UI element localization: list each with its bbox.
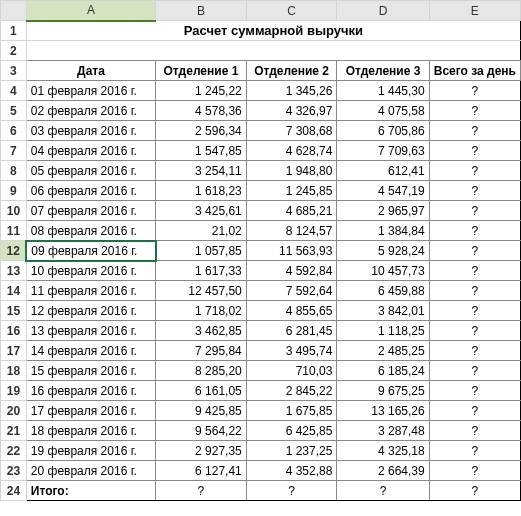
value-cell[interactable]: 6 425,85	[246, 421, 337, 441]
value-cell[interactable]: 3 842,01	[337, 301, 429, 321]
date-cell[interactable]: 11 февраля 2016 г.	[26, 281, 155, 301]
date-cell[interactable]: 16 февраля 2016 г.	[26, 381, 155, 401]
col-header-D[interactable]: D	[337, 1, 429, 21]
value-cell[interactable]: 1 718,02	[156, 301, 247, 321]
date-cell[interactable]: 18 февраля 2016 г.	[26, 421, 155, 441]
value-cell[interactable]: 2 927,35	[156, 441, 247, 461]
total-cell[interactable]: ?	[429, 381, 520, 401]
value-cell[interactable]: 6 459,88	[337, 281, 429, 301]
value-cell[interactable]: 2 485,25	[337, 341, 429, 361]
row-header-15[interactable]: 15	[1, 301, 27, 321]
date-cell[interactable]: 13 февраля 2016 г.	[26, 321, 155, 341]
value-cell[interactable]: 10 457,73	[337, 261, 429, 281]
value-cell[interactable]: 9 675,25	[337, 381, 429, 401]
total-cell[interactable]: ?	[429, 241, 520, 261]
value-cell[interactable]: 21,02	[156, 221, 247, 241]
row-header-9[interactable]: 9	[1, 181, 27, 201]
value-cell[interactable]: 1 237,25	[246, 441, 337, 461]
footer-label[interactable]: Итого:	[26, 481, 155, 501]
value-cell[interactable]: 4 578,36	[156, 101, 247, 121]
table-header-1[interactable]: Отделение 1	[156, 61, 247, 81]
row-header-12[interactable]: 12	[1, 241, 27, 261]
value-cell[interactable]: 6 127,41	[156, 461, 247, 481]
date-cell[interactable]: 05 февраля 2016 г.	[26, 161, 155, 181]
row-header-3[interactable]: 3	[1, 61, 27, 81]
spreadsheet-grid[interactable]: ABCDE 1Расчет суммарной выручки23ДатаОтд…	[0, 0, 521, 501]
total-cell[interactable]: ?	[429, 141, 520, 161]
row-header-19[interactable]: 19	[1, 381, 27, 401]
total-cell[interactable]: ?	[429, 161, 520, 181]
value-cell[interactable]: 1 384,84	[337, 221, 429, 241]
row-header-8[interactable]: 8	[1, 161, 27, 181]
total-cell[interactable]: ?	[429, 261, 520, 281]
value-cell[interactable]: 6 281,45	[246, 321, 337, 341]
value-cell[interactable]: 1 118,25	[337, 321, 429, 341]
value-cell[interactable]: 7 308,68	[246, 121, 337, 141]
date-cell[interactable]: 06 февраля 2016 г.	[26, 181, 155, 201]
value-cell[interactable]: 13 165,26	[337, 401, 429, 421]
row-header-13[interactable]: 13	[1, 261, 27, 281]
row-header-23[interactable]: 23	[1, 461, 27, 481]
date-cell[interactable]: 04 февраля 2016 г.	[26, 141, 155, 161]
value-cell[interactable]: 9 564,22	[156, 421, 247, 441]
total-cell[interactable]: ?	[429, 281, 520, 301]
footer-total[interactable]: ?	[429, 481, 520, 501]
value-cell[interactable]: 8 124,57	[246, 221, 337, 241]
date-cell[interactable]: 02 февраля 2016 г.	[26, 101, 155, 121]
value-cell[interactable]: 11 563,93	[246, 241, 337, 261]
value-cell[interactable]: 1 245,22	[156, 81, 247, 101]
table-header-2[interactable]: Отделение 2	[246, 61, 337, 81]
row-header-5[interactable]: 5	[1, 101, 27, 121]
value-cell[interactable]: 3 425,61	[156, 201, 247, 221]
footer-value[interactable]: ?	[337, 481, 429, 501]
row-header-4[interactable]: 4	[1, 81, 27, 101]
date-cell[interactable]: 20 февраля 2016 г.	[26, 461, 155, 481]
date-cell[interactable]: 17 февраля 2016 г.	[26, 401, 155, 421]
row-header-10[interactable]: 10	[1, 201, 27, 221]
value-cell[interactable]: 7 295,84	[156, 341, 247, 361]
value-cell[interactable]: 9 425,85	[156, 401, 247, 421]
value-cell[interactable]: 5 928,24	[337, 241, 429, 261]
row-header-16[interactable]: 16	[1, 321, 27, 341]
value-cell[interactable]: 4 547,19	[337, 181, 429, 201]
date-cell[interactable]: 03 февраля 2016 г.	[26, 121, 155, 141]
total-cell[interactable]: ?	[429, 341, 520, 361]
total-cell[interactable]: ?	[429, 201, 520, 221]
value-cell[interactable]: 1 617,33	[156, 261, 247, 281]
footer-value[interactable]: ?	[156, 481, 247, 501]
col-header-E[interactable]: E	[429, 1, 520, 21]
total-cell[interactable]: ?	[429, 181, 520, 201]
total-cell[interactable]: ?	[429, 461, 520, 481]
value-cell[interactable]: 3 287,48	[337, 421, 429, 441]
select-all-corner[interactable]	[1, 1, 27, 21]
value-cell[interactable]: 2 596,34	[156, 121, 247, 141]
date-cell[interactable]: 14 февраля 2016 г.	[26, 341, 155, 361]
value-cell[interactable]: 3 495,74	[246, 341, 337, 361]
total-cell[interactable]: ?	[429, 441, 520, 461]
total-cell[interactable]: ?	[429, 221, 520, 241]
date-cell[interactable]: 08 февраля 2016 г.	[26, 221, 155, 241]
row-header-11[interactable]: 11	[1, 221, 27, 241]
date-cell[interactable]: 12 февраля 2016 г.	[26, 301, 155, 321]
value-cell[interactable]: 1 675,85	[246, 401, 337, 421]
value-cell[interactable]: 6 185,24	[337, 361, 429, 381]
value-cell[interactable]: 1 948,80	[246, 161, 337, 181]
row-header-24[interactable]: 24	[1, 481, 27, 501]
value-cell[interactable]: 710,03	[246, 361, 337, 381]
footer-value[interactable]: ?	[246, 481, 337, 501]
col-header-A[interactable]: A	[26, 1, 155, 21]
row-header-18[interactable]: 18	[1, 361, 27, 381]
value-cell[interactable]: 612,41	[337, 161, 429, 181]
col-header-B[interactable]: B	[156, 1, 247, 21]
value-cell[interactable]: 7 592,64	[246, 281, 337, 301]
table-header-0[interactable]: Дата	[26, 61, 155, 81]
row-header-20[interactable]: 20	[1, 401, 27, 421]
date-cell[interactable]: 15 февраля 2016 г.	[26, 361, 155, 381]
row-header-14[interactable]: 14	[1, 281, 27, 301]
total-cell[interactable]: ?	[429, 321, 520, 341]
total-cell[interactable]: ?	[429, 361, 520, 381]
table-header-3[interactable]: Отделение 3	[337, 61, 429, 81]
value-cell[interactable]: 4 326,97	[246, 101, 337, 121]
row-header-22[interactable]: 22	[1, 441, 27, 461]
value-cell[interactable]: 4 628,74	[246, 141, 337, 161]
